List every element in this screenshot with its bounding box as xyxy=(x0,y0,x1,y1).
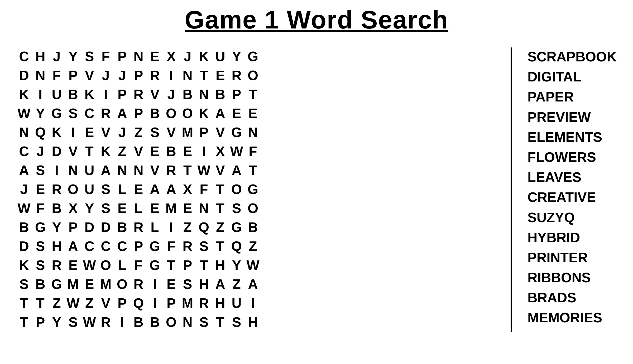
grid-cell-12-6: O xyxy=(114,275,130,293)
grid-cell-9-13: G xyxy=(228,218,245,236)
grid-cell-7-8: A xyxy=(147,180,163,198)
grid-row: TTZWZVPQIPMRHUI xyxy=(16,294,495,312)
grid-cell-2-10: B xyxy=(179,85,196,103)
grid-cell-12-1: B xyxy=(32,275,49,293)
word-item-13: MEMORIES xyxy=(528,308,617,327)
grid-cell-6-8: V xyxy=(147,161,163,179)
grid-cell-9-1: G xyxy=(32,218,49,236)
grid-cell-8-3: X xyxy=(65,199,81,217)
grid-cell-6-14: T xyxy=(245,161,261,179)
grid-row: WFBXYSELEMENTSO xyxy=(16,199,495,217)
grid-cell-6-0: A xyxy=(16,161,32,179)
grid-cell-3-14: E xyxy=(245,104,261,122)
grid-cell-6-6: N xyxy=(114,161,130,179)
grid-cell-9-0: B xyxy=(16,218,32,236)
grid-cell-2-2: U xyxy=(49,85,65,103)
word-item-0: SCRAPBOOK xyxy=(528,47,617,66)
grid-cell-0-11: K xyxy=(196,47,212,65)
grid-cell-1-12: E xyxy=(212,66,228,84)
grid-cell-14-1: P xyxy=(32,313,49,331)
grid-cell-14-2: Y xyxy=(49,313,65,331)
grid-cell-12-0: S xyxy=(16,275,32,293)
grid-cell-5-6: Z xyxy=(114,142,130,160)
grid-cell-8-1: F xyxy=(32,199,49,217)
grid-row: KSREWOLFGTPTHYW xyxy=(16,256,495,274)
grid-cell-12-10: S xyxy=(179,275,196,293)
grid-cell-8-11: N xyxy=(196,199,212,217)
word-item-5: FLOWERS xyxy=(528,148,617,166)
grid-cell-0-14: G xyxy=(245,47,261,65)
grid-cell-1-8: R xyxy=(147,66,163,84)
grid-cell-11-12: H xyxy=(212,256,228,274)
grid-cell-13-12: H xyxy=(212,294,228,312)
grid-cell-5-5: K xyxy=(98,142,114,160)
grid-cell-8-12: T xyxy=(212,199,228,217)
grid-cell-10-14: Z xyxy=(245,237,261,255)
grid-cell-14-13: S xyxy=(228,313,245,331)
grid-cell-7-12: T xyxy=(212,180,228,198)
grid-cell-10-9: F xyxy=(163,237,179,255)
grid-cell-0-12: U xyxy=(212,47,228,65)
grid-cell-12-13: Z xyxy=(228,275,245,293)
grid-cell-3-12: A xyxy=(212,104,228,122)
grid-cell-4-4: E xyxy=(81,123,98,141)
grid-cell-1-1: N xyxy=(32,66,49,84)
grid-cell-5-8: E xyxy=(147,142,163,160)
grid-cell-7-9: A xyxy=(163,180,179,198)
grid-cell-6-7: N xyxy=(130,161,147,179)
grid-row: WYGSCRAPBOOKAEE xyxy=(16,104,495,122)
grid-row: KIUBKIPRVJBNBPT xyxy=(16,85,495,103)
grid-cell-5-2: D xyxy=(49,142,65,160)
grid-cell-12-12: A xyxy=(212,275,228,293)
grid-cell-12-11: H xyxy=(196,275,212,293)
grid-cell-4-12: V xyxy=(212,123,228,141)
grid-cell-13-14: I xyxy=(245,294,261,312)
grid-cell-8-8: E xyxy=(147,199,163,217)
grid-row: TPYSWRIBBONSTSH xyxy=(16,313,495,331)
grid-cell-5-14: F xyxy=(245,142,261,160)
grid-cell-3-8: B xyxy=(147,104,163,122)
grid-row: JEROUSLEAAXFTOG xyxy=(16,180,495,198)
grid-cell-12-9: E xyxy=(163,275,179,293)
grid-cell-14-11: S xyxy=(196,313,212,331)
grid-cell-6-9: R xyxy=(163,161,179,179)
word-item-12: BRADS xyxy=(528,288,617,307)
grid-cell-11-9: T xyxy=(163,256,179,274)
main-content: CHJYSFPNEXJKUYGDNFPVJJPRINTEROKIUBKIPRVJ… xyxy=(16,47,617,332)
grid-cell-10-0: D xyxy=(16,237,32,255)
word-item-6: LEAVES xyxy=(528,168,617,186)
grid-cell-8-13: S xyxy=(228,199,245,217)
grid-cell-10-4: C xyxy=(81,237,98,255)
grid-cell-11-7: F xyxy=(130,256,147,274)
grid-cell-14-0: T xyxy=(16,313,32,331)
grid-cell-13-1: T xyxy=(32,294,49,312)
grid-cell-1-6: J xyxy=(114,66,130,84)
grid-cell-10-7: P xyxy=(130,237,147,255)
grid-cell-11-8: G xyxy=(147,256,163,274)
grid-cell-9-7: R xyxy=(130,218,147,236)
grid-cell-1-7: P xyxy=(130,66,147,84)
grid-cell-5-11: I xyxy=(196,142,212,160)
grid-cell-3-7: P xyxy=(130,104,147,122)
word-item-4: ELEMENTS xyxy=(528,128,617,146)
grid-cell-13-6: P xyxy=(114,294,130,312)
grid-cell-8-7: L xyxy=(130,199,147,217)
grid-cell-3-10: O xyxy=(179,104,196,122)
word-search-grid: CHJYSFPNEXJKUYGDNFPVJJPRINTEROKIUBKIPRVJ… xyxy=(16,47,505,332)
grid-cell-6-13: A xyxy=(228,161,245,179)
grid-cell-14-10: N xyxy=(179,313,196,331)
grid-cell-0-3: Y xyxy=(65,47,81,65)
grid-cell-13-4: Z xyxy=(81,294,98,312)
grid-cell-7-11: F xyxy=(196,180,212,198)
grid-cell-0-0: C xyxy=(16,47,32,65)
grid-cell-3-2: G xyxy=(49,104,65,122)
grid-cell-7-10: X xyxy=(179,180,196,198)
grid-cell-6-4: U xyxy=(81,161,98,179)
grid-cell-3-9: O xyxy=(163,104,179,122)
grid-cell-0-2: J xyxy=(49,47,65,65)
grid-cell-5-10: E xyxy=(179,142,196,160)
grid-cell-12-4: E xyxy=(81,275,98,293)
grid-cell-1-13: R xyxy=(228,66,245,84)
grid-row: SBGMEMORIESHAZA xyxy=(16,275,495,293)
grid-cell-9-14: B xyxy=(245,218,261,236)
